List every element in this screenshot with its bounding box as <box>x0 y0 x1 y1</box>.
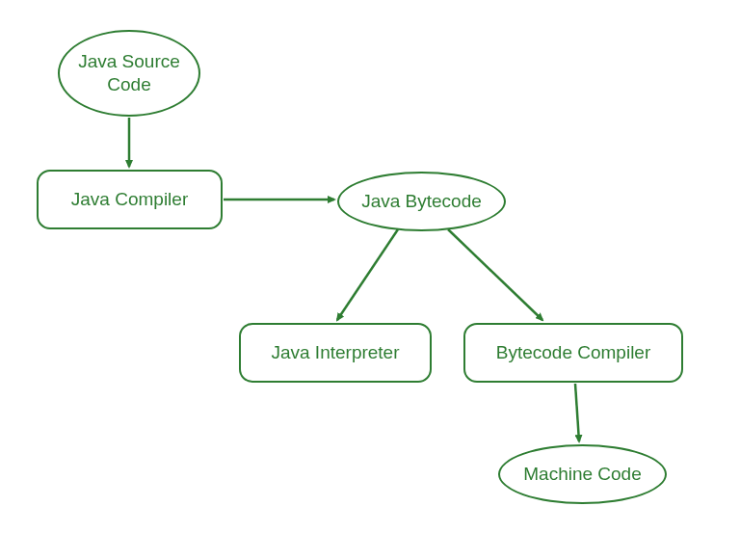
node-java-source-code: Java SourceCode <box>58 30 200 117</box>
node-java-interpreter: Java Interpreter <box>239 323 432 383</box>
node-label: Machine Code <box>523 463 642 486</box>
node-java-compiler: Java Compiler <box>37 170 223 229</box>
node-label: Java Compiler <box>71 188 188 211</box>
node-label: Bytecode Compiler <box>496 341 651 364</box>
node-machine-code: Machine Code <box>498 444 667 504</box>
arrow-bytecode-to-bytecode-compiler <box>448 229 542 320</box>
node-bytecode-compiler: Bytecode Compiler <box>463 323 683 383</box>
node-java-bytecode: Java Bytecode <box>337 172 506 231</box>
arrow-bytecode-compiler-to-machine <box>575 384 579 441</box>
node-label: Java SourceCode <box>78 50 180 96</box>
node-label: Java Interpreter <box>271 341 399 364</box>
node-label: Java Bytecode <box>361 190 482 213</box>
arrow-bytecode-to-interpreter <box>337 229 398 320</box>
